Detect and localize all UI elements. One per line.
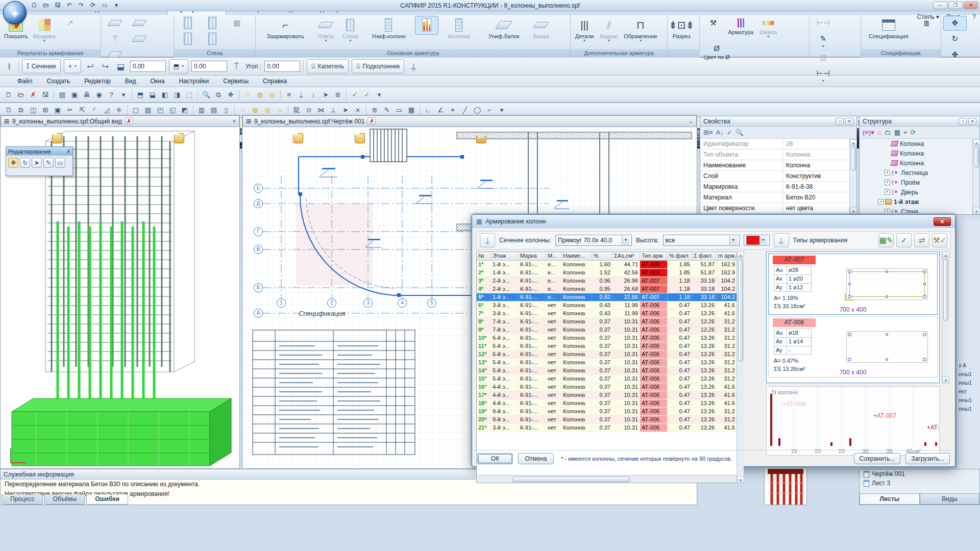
copy2-icon[interactable]: ⧉ — [15, 105, 27, 116]
menu-item[interactable]: Справка — [257, 76, 293, 86]
sheet-item[interactable]: Лист 3 — [860, 479, 979, 488]
close-icon[interactable]: ✕ — [968, 118, 976, 125]
column-row[interactable]: 16*4-й э...К-91-...нетКолонна0.3710.31АТ… — [477, 383, 743, 391]
beam-button[interactable]: Балка — [529, 16, 553, 41]
corner-icon[interactable]: ⌐ — [484, 105, 495, 116]
scroll-down-icon[interactable]: ▼ — [942, 377, 949, 383]
column-row[interactable]: 9*7-й э...К-91-...нетКолонна0.3710.31АТ-… — [477, 326, 743, 334]
column-header[interactable]: Марка — [519, 252, 546, 260]
sheets-tab[interactable]: Листы — [860, 493, 920, 505]
column-row[interactable]: 10*6-й э...К-91-...нетКолонна0.3710.31АТ… — [477, 334, 743, 342]
search-icon[interactable]: 🔍 — [736, 129, 744, 136]
zoom-in-icon[interactable]: 🔍 — [201, 89, 212, 101]
insert-mode-combo[interactable]: +▾ — [64, 59, 81, 73]
close-button[interactable]: ✕ — [964, 2, 978, 9]
viewport-close-icon[interactable]: ✗ — [125, 117, 133, 125]
palette-rotate-button[interactable]: ↻ — [20, 158, 30, 168]
undo-icon[interactable]: ↶ — [65, 1, 74, 10]
plate-x-button[interactable] — [103, 16, 127, 31]
view-iso-icon[interactable]: ⬚ — [184, 89, 195, 101]
color-by-diameter-button[interactable]: ØЦвет по Ø — [702, 41, 732, 62]
palette-move-button[interactable]: ✥ — [8, 158, 18, 168]
columns-table-header[interactable]: №ЭтажМаркаМ...Наиме...%ΣAs,см²Тип арм% ф… — [477, 252, 743, 261]
snap-node-icon[interactable]: ⊙ — [303, 105, 314, 116]
new-file-icon[interactable]: 🗋 — [3, 89, 14, 101]
move-button[interactable]: ✥ — [943, 16, 967, 31]
wall-z2-button[interactable] — [201, 32, 224, 46]
measure2-icon[interactable]: ▭ — [394, 105, 405, 116]
marker-icon[interactable]: ◎ — [266, 89, 278, 101]
sort-icon[interactable]: ↕ — [308, 89, 319, 101]
column-header[interactable]: ΣAs,см² — [612, 252, 640, 260]
height-input[interactable] — [191, 61, 227, 72]
column-header[interactable]: № — [477, 252, 491, 260]
select-icon[interactable]: ➤ — [320, 89, 331, 101]
tree-expander-icon[interactable]: + — [885, 189, 890, 195]
tools-button[interactable]: ⚒ — [702, 16, 725, 31]
tree-expander-icon[interactable]: + — [885, 209, 890, 213]
wall-tool-icon[interactable]: ▥ — [196, 105, 207, 116]
section-button[interactable]: IСечение — [22, 59, 61, 73]
column-header[interactable]: m арм,к — [717, 252, 737, 260]
columns-table-body[interactable]: 1*1-й э...К-91-...е...Колонна1.6044.71АТ… — [477, 261, 743, 432]
tree-filter-icon[interactable]: {≡}▾ — [863, 129, 874, 136]
cage-button[interactable]: ⫽Каркас▾ — [597, 16, 621, 44]
structure-header[interactable]: Структура ◔✕ — [860, 116, 979, 127]
unified-beams-button[interactable]: Униф.балок — [479, 16, 528, 41]
view-front-icon[interactable]: ◧ — [159, 89, 170, 101]
dialog-title-bar[interactable]: ▦ Армирование колонн ✕ — [472, 215, 955, 228]
grid2-icon[interactable]: ▦ — [406, 105, 417, 116]
pin-icon[interactable]: ◔ — [836, 118, 844, 125]
edit-types-icon[interactable]: ▦✎ — [878, 233, 894, 247]
menu-item[interactable]: Создать — [41, 76, 77, 86]
wall-x-button[interactable] — [176, 16, 200, 31]
tree-expander-icon[interactable]: − — [878, 199, 884, 205]
scroll-up-icon[interactable]: ▲ — [973, 139, 980, 146]
bulb-icon[interactable]: ○ — [242, 89, 253, 101]
capital-button[interactable]: ⍓Капитель — [307, 59, 349, 73]
height-combo[interactable]: все▼ — [663, 235, 740, 246]
sheet-item[interactable]: Чертёж 001 — [860, 469, 979, 479]
column-row[interactable]: 19*9-й э...К-91-...нетКолонна0.3710.31АТ… — [477, 408, 743, 416]
refresh-icon[interactable]: ⟳ — [910, 129, 916, 136]
structure-tree-item[interactable]: +{✦Проём — [860, 178, 972, 187]
column-row[interactable]: 11*6-й э...К-91-...нетКолонна0.3710.31АТ… — [477, 342, 743, 350]
menu-item[interactable]: Сервисы — [217, 76, 255, 86]
plate-y2-button[interactable] — [103, 47, 127, 62]
arrow-tool-button[interactable]: ↗ — [59, 16, 82, 31]
property-row[interactable]: Цвет поверхностинет цвета — [700, 203, 849, 214]
apply-check-icon[interactable]: ✓ — [727, 129, 732, 136]
extend-icon[interactable]: ⇱ — [77, 105, 88, 116]
open-folder-icon[interactable]: 🗁 — [15, 89, 27, 101]
sort-az-icon[interactable]: A↓ — [716, 129, 723, 136]
filter-icon[interactable]: ⍊ — [296, 89, 307, 101]
menu-item[interactable]: Настройки — [173, 76, 215, 86]
property-row[interactable]: МаркировкаК-91-8-38 — [700, 182, 849, 192]
scroll-up-icon[interactable]: ▲ — [737, 252, 744, 258]
column-filter-icon[interactable]: ⍊ — [480, 233, 495, 247]
column-row[interactable]: 8*7-й э...К-91-...нетКолонна0.3710.31АТ-… — [477, 318, 743, 326]
type-settings-icon[interactable]: ⚒✓ — [932, 233, 947, 247]
structure-tree-item[interactable]: Колонна — [860, 139, 972, 148]
table-horizontal-scrollbar[interactable] — [477, 475, 737, 483]
node-icon[interactable]: 🗋 — [3, 105, 14, 116]
ok-button[interactable]: ОК — [477, 453, 513, 464]
specification-button[interactable]: Спецификация — [863, 16, 914, 41]
copy-icon[interactable]: ▤ — [57, 89, 68, 101]
toolbar-more-icon[interactable]: ▾ — [118, 89, 129, 101]
column-row[interactable]: 18*4-й э...К-91-...нетКолонна0.3710.31АТ… — [477, 399, 743, 408]
lamp-icon[interactable]: ◍ — [250, 105, 261, 116]
column-row[interactable]: 7*3-й э...К-91-...нетКолонна0.4311.99АТ-… — [477, 310, 743, 318]
viewport-3d-header[interactable]: ⊞ 9_колонны_выполнено.spf:Общий вид ✗ ≡ — [1, 115, 239, 127]
column-button[interactable]: Колонна — [439, 16, 478, 41]
column-row[interactable]: 21*3-й э...К-91-...нетКолонна0.3710.31АТ… — [477, 424, 743, 432]
dim-a-button[interactable]: ⊢⊣ — [812, 16, 835, 31]
scroll-down-icon[interactable]: ▼ — [850, 208, 857, 214]
open-folder-icon[interactable]: 🗁 — [41, 1, 51, 10]
sheet-spec-button[interactable]: 🗎 — [915, 16, 939, 31]
funnel-icon[interactable]: ⍊ — [407, 60, 420, 73]
type-card-at007[interactable]: АТ-007 Auø28 Ax1 ø20 Ay1 ø12 A= 1.18% ΣS… — [768, 254, 938, 315]
reinforce-button[interactable]: ⌐Заармировать — [258, 16, 313, 41]
menu-item[interactable]: Вид — [119, 76, 142, 86]
model-grid-icon[interactable]: ▦ — [894, 129, 900, 136]
